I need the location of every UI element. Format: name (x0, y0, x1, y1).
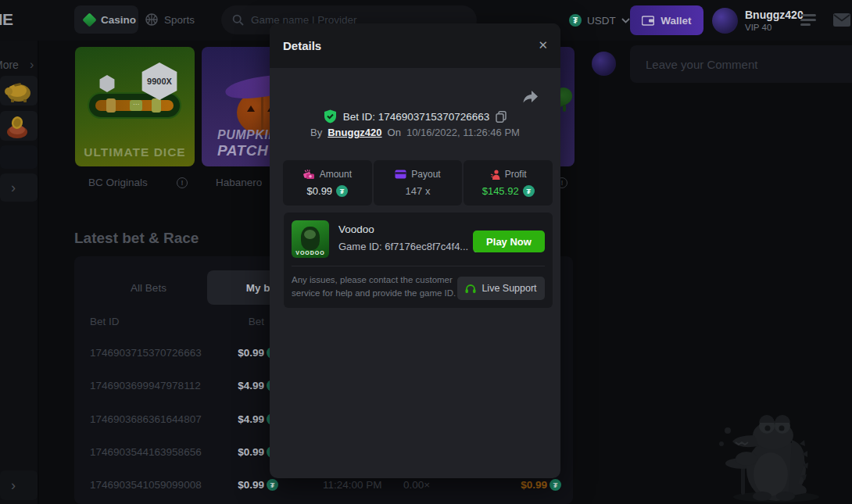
play-now-button[interactable]: Play Now (473, 231, 545, 252)
wallet-button[interactable]: Wallet (630, 5, 703, 35)
stat-value: 147 x (406, 185, 431, 197)
username: Bnuggz420 (745, 9, 804, 21)
page: ME Casino Sports Game name | Provider ₮ … (0, 0, 852, 504)
verified-shield-icon (324, 109, 337, 123)
comment-placeholder: Leave your Comment (646, 58, 757, 71)
basketball-icon (145, 13, 158, 26)
row-time: 11:24:00 PM (323, 479, 382, 491)
headset-icon (465, 284, 476, 294)
stat-value: $0.99 (307, 185, 333, 197)
sidebar-item-piggy[interactable] (0, 76, 38, 105)
section-title: Latest bet & Race (74, 230, 199, 247)
info-icon[interactable]: ! (177, 177, 188, 188)
game-card-ultimate-dice[interactable]: ⋯ 9900X ULTIMATE DICE (75, 47, 195, 166)
vip-level: VIP 40 (745, 23, 804, 32)
details-modal: Details ✕ Bet ID: 1746903715370726663 By… (270, 23, 560, 478)
tab-all-bets[interactable]: All Bets (90, 270, 207, 305)
close-icon[interactable]: ✕ (538, 38, 548, 52)
search-icon (232, 14, 244, 26)
row-payout: 0.00× (403, 479, 430, 491)
tab-sports[interactable]: Sports (145, 5, 195, 34)
currency-selector[interactable]: ₮ USDT (569, 6, 630, 34)
provider-label: BC Originals (88, 177, 148, 188)
chevron-right-icon: › (11, 180, 16, 196)
bet-id-text: Bet ID: 1746903715370726663 (343, 111, 490, 123)
sidebar-item-extra[interactable] (0, 145, 38, 169)
live-support-button[interactable]: Live Support (457, 277, 545, 300)
bet-meta-row: By Bnuggz420 On 10/16/2022, 11:26:46 PM (270, 127, 560, 138)
game-id-text: Game ID: 6f7176ec8f7c4f4... (338, 241, 468, 252)
mail-icon[interactable] (833, 13, 850, 27)
stat-label: Profit (505, 169, 527, 180)
stat-label: Amount (320, 169, 352, 180)
profit-person-icon (490, 170, 500, 180)
by-label: By (310, 127, 322, 138)
share-icon[interactable] (523, 91, 538, 103)
betslip-icon[interactable] (800, 14, 816, 26)
stat-card-amount: Amount $0.99 ₮ (283, 160, 372, 206)
support-text: Any issues, please contact the customer … (292, 273, 457, 300)
table-row[interactable]: 1746903541059099008 $0.99 ₮ 11:24:00 PM … (74, 479, 573, 491)
stats-row: Amount $0.99 ₮ Payout 147 x (283, 160, 553, 206)
copy-icon[interactable] (496, 111, 507, 123)
stat-value: $145.92 (482, 185, 519, 197)
game-card-title-line1: PUMPKIN (217, 128, 277, 142)
tab-sports-label: Sports (164, 14, 195, 26)
site-logo[interactable]: ME (0, 10, 13, 29)
bettor-username-link[interactable]: Bnuggz420 (328, 127, 381, 138)
tab-casino[interactable]: Casino (74, 5, 138, 34)
crocodile-mascot-illustration (698, 409, 852, 504)
game-card-title: ULTIMATE DICE (75, 145, 195, 159)
piggy-bank-icon (0, 76, 34, 104)
wallet-icon (642, 16, 654, 26)
game-thumb-label: VOODOO (292, 250, 329, 256)
tether-coin-icon: ₮ (336, 185, 348, 197)
more-chevron-icon: › (30, 58, 34, 72)
user-info[interactable]: Bnuggz420 VIP 40 (745, 9, 804, 32)
provider-label: Habanero (216, 177, 262, 188)
wallet-label: Wallet (660, 15, 691, 27)
comment-input[interactable]: Leave your Comment (630, 45, 852, 83)
coin-drop-icon (0, 111, 34, 139)
modal-title: Details (283, 39, 321, 52)
stat-card-profit: Profit $145.92 ₮ (464, 160, 553, 206)
game-card-title-line2: PATCH (217, 142, 268, 159)
row-profit: $0.99 (469, 479, 547, 491)
avatar[interactable] (712, 8, 738, 34)
game-name: Voodoo (338, 223, 374, 235)
chevron-right-icon: › (11, 477, 16, 494)
on-label: On (388, 127, 401, 138)
stat-label: Payout (411, 169, 440, 180)
tether-coin-icon: ₮ (523, 185, 535, 197)
payout-card-icon (395, 170, 406, 179)
sidebar-expand-bottom[interactable]: › (0, 470, 38, 500)
bet-datetime: 10/16/2022, 11:26:46 PM (406, 127, 520, 138)
game-panel: VOODOO Voodoo Game ID: 6f7176ec8f7c4f4..… (284, 213, 553, 308)
slider-dots-icon: ⋯ (130, 100, 142, 111)
stat-card-payout: Payout 147 x (374, 160, 463, 206)
modal-header: Details ✕ (270, 23, 560, 68)
sidebar-more[interactable]: More › (0, 58, 34, 72)
amount-money-icon (303, 170, 315, 180)
chevron-down-icon (621, 18, 630, 23)
tether-coin-icon: ₮ (550, 479, 561, 491)
sidebar-item-coindrop[interactable] (0, 111, 38, 141)
game-thumbnail[interactable]: VOODOO (292, 220, 329, 258)
col-header-bet: Bet (186, 316, 264, 327)
currency-label: USDT (587, 15, 616, 27)
tether-coin-icon: ₮ (267, 479, 278, 491)
divider (292, 266, 545, 266)
tether-coin-icon: ₮ (569, 14, 582, 27)
bet-id-row: Bet ID: 1746903715370726663 (270, 109, 560, 123)
sidebar-expand-top[interactable]: › (0, 173, 38, 202)
casino-diamond-icon (82, 13, 96, 27)
tab-casino-label: Casino (101, 14, 136, 26)
comment-avatar (592, 52, 616, 76)
left-sidebar: More › › › (0, 41, 39, 504)
sidebar-more-label: More (0, 59, 19, 71)
col-header-bet-id: Bet ID (90, 316, 120, 327)
